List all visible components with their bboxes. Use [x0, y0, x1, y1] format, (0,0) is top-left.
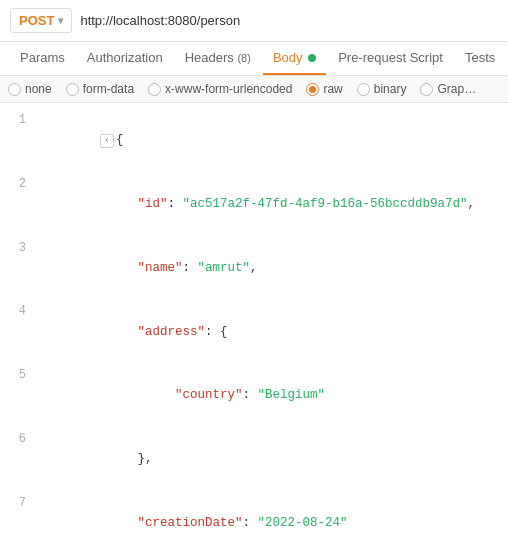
collapse-icon[interactable]: ‹	[100, 134, 114, 148]
request-body-editor[interactable]: 1 ‹{ 2 "id": "ac517a2f-47fd-4af9-b16a-56…	[0, 103, 508, 549]
tab-params[interactable]: Params	[10, 42, 75, 75]
option-urlencoded[interactable]: x-www-form-urlencoded	[148, 82, 292, 96]
option-raw[interactable]: raw	[306, 82, 342, 96]
body-active-dot	[308, 54, 316, 62]
url-bar: POST ▾	[0, 0, 508, 42]
req-line-5: 5 "country": "Belgium"	[0, 364, 508, 428]
req-line-1: 1 ‹{	[0, 109, 508, 173]
req-line-3: 3 "name": "amrut",	[0, 237, 508, 301]
tab-tests[interactable]: Tests	[455, 42, 505, 75]
url-input[interactable]	[80, 13, 498, 28]
radio-urlencoded[interactable]	[148, 83, 161, 96]
radio-form-data[interactable]	[66, 83, 79, 96]
req-line-6: 6 },	[0, 428, 508, 492]
tab-prerequest[interactable]: Pre-request Script	[328, 42, 453, 75]
req-line-7: 7 "creationDate": "2022-08-24"	[0, 492, 508, 550]
tab-authorization[interactable]: Authorization	[77, 42, 173, 75]
req-line-2: 2 "id": "ac517a2f-47fd-4af9-b16a-56bccdd…	[0, 173, 508, 237]
radio-graphql[interactable]	[420, 83, 433, 96]
radio-binary[interactable]	[357, 83, 370, 96]
tab-headers[interactable]: Headers (8)	[175, 42, 261, 75]
radio-none[interactable]	[8, 83, 21, 96]
option-graphql[interactable]: Grap…	[420, 82, 476, 96]
request-tabs: Params Authorization Headers (8) Body Pr…	[0, 42, 508, 76]
option-binary[interactable]: binary	[357, 82, 407, 96]
request-code-lines: 1 ‹{ 2 "id": "ac517a2f-47fd-4af9-b16a-56…	[0, 109, 508, 549]
tab-body[interactable]: Body	[263, 42, 326, 75]
method-chevron-icon: ▾	[58, 15, 63, 26]
method-select[interactable]: POST ▾	[10, 8, 72, 33]
req-line-4: 4 "address": {	[0, 300, 508, 364]
radio-raw[interactable]	[306, 83, 319, 96]
method-label: POST	[19, 13, 54, 28]
option-none[interactable]: none	[8, 82, 52, 96]
option-form-data[interactable]: form-data	[66, 82, 134, 96]
body-type-options: none form-data x-www-form-urlencoded raw…	[0, 76, 508, 103]
